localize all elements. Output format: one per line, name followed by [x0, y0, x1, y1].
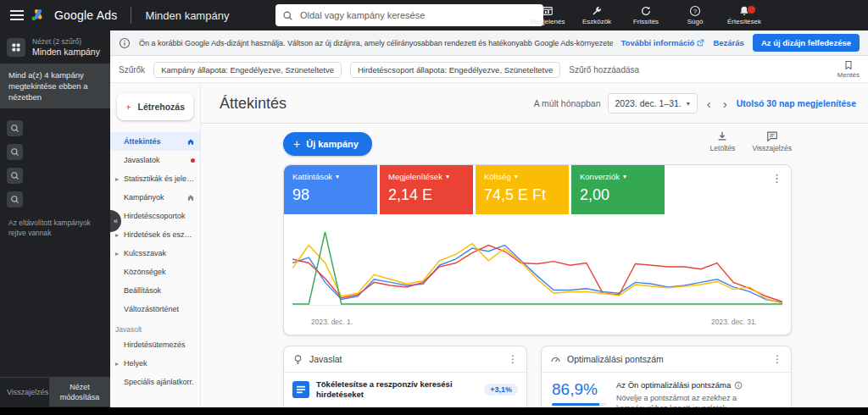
appearance-button[interactable]: Megjelenés — [529, 5, 566, 25]
lightbulb-icon — [292, 354, 303, 365]
bookmark-icon — [843, 60, 854, 70]
metric-clicks[interactable]: Kattintások▾ 98 — [284, 165, 377, 214]
menu-icon[interactable] — [10, 9, 24, 21]
topbar: Google Ads Minden kampány Megjelenés Esz… — [0, 0, 868, 30]
download-button[interactable]: Letöltés — [710, 130, 736, 152]
chevron-right-icon[interactable]: › — [721, 97, 730, 110]
date-preset-label: A múlt hónapban — [534, 98, 601, 108]
date-range-dropdown[interactable]: 2023. dec. 1–31. ▾ — [608, 93, 698, 113]
nav-item-change-history[interactable]: Változástörténet — [110, 300, 200, 318]
nav-item-settings[interactable]: Beállítások — [110, 281, 200, 300]
save-filter-button[interactable]: Mentés — [837, 60, 860, 79]
metric-conversions[interactable]: Konverziók▾ 2,00 — [571, 165, 665, 214]
home-icon — [186, 193, 195, 202]
campaign-nav: Létrehozás Áttekintés Javaslatok ▸ Stati… — [110, 83, 201, 415]
modify-view-button[interactable]: Nézet módosítása — [49, 378, 110, 407]
tools-button[interactable]: Eszközök — [578, 5, 615, 25]
bottom-strip — [0, 407, 868, 415]
notification-badge — [747, 5, 756, 14]
appearance-icon — [542, 5, 554, 17]
info-icon[interactable] — [734, 381, 743, 390]
card-title: Optimalizálási pontszám — [567, 354, 766, 364]
refresh-button[interactable]: Frissítés — [627, 5, 665, 25]
notifications-button[interactable]: Értesítések — [726, 5, 763, 25]
feedback-button[interactable]: Visszajelzés — [752, 130, 792, 152]
nav-item-ads-assets[interactable]: ▸ Hirdetések és eszközök — [110, 225, 200, 244]
google-ads-logo-icon[interactable] — [31, 8, 46, 23]
search-bar[interactable] — [275, 4, 543, 26]
nav-item-overview[interactable]: Áttekintés — [110, 132, 200, 151]
search-icon[interactable] — [7, 191, 23, 208]
optimization-score-label: Az Ön optimalizálási pontszáma — [616, 380, 731, 390]
notification-dot — [191, 158, 195, 163]
metric-impressions[interactable]: Megjelenítések▾ 2,14 E — [380, 165, 473, 214]
kebab-menu-icon[interactable]: ⋮ — [772, 353, 782, 365]
new-design-banner: Ön a korábbi Google Ads-dizájnt használj… — [110, 30, 868, 56]
adgroup-status-filter-chip[interactable]: Hirdetéscsoport állapota: Engedélyezve, … — [350, 62, 560, 78]
plus-icon — [125, 101, 131, 113]
filters-label: Szűrők — [119, 65, 145, 75]
nav-item-recommendations[interactable]: Javaslatok — [110, 151, 200, 169]
responsive-ad-icon — [292, 381, 309, 398]
show-last-30-days-link[interactable]: Utolsó 30 nap megjelenítése — [737, 98, 856, 108]
dropdown-arrow-icon: ▾ — [623, 173, 626, 180]
add-filter-button[interactable]: Szűrő hozzáadása — [569, 65, 639, 75]
search-icon[interactable] — [7, 168, 23, 184]
recommendation-card: Javaslat ⋮ Tökéletesítse a reszponzív ke… — [283, 346, 527, 415]
create-button[interactable]: Létrehozás — [117, 93, 193, 120]
grid-icon — [7, 38, 25, 57]
nav-item-advanced-bid-adj[interactable]: Speciális ajánlatkorr. — [110, 373, 200, 391]
expand-arrow-icon: ▸ — [115, 250, 124, 257]
kebab-menu-icon[interactable]: ⋮ — [771, 172, 782, 185]
overview-chart — [292, 221, 782, 309]
view-name: Minden kampány — [32, 47, 100, 57]
topbar-page-title: Minden kampány — [145, 9, 229, 22]
date-controls: A múlt hónapban 2023. dec. 1–31. ▾ ‹ › U… — [534, 83, 856, 124]
uplift-badge: +3,1% — [484, 384, 518, 396]
search-icon[interactable] — [7, 144, 23, 160]
new-campaign-button[interactable]: + Új kampány — [283, 132, 372, 156]
sidebar-shortcuts — [0, 108, 110, 208]
optimization-score-value: 86,9% — [552, 380, 606, 399]
search-input[interactable] — [298, 9, 537, 21]
topbar-divider — [131, 7, 131, 24]
nav-section-suggested: Javasolt — [110, 318, 200, 335]
nav-item-campaigns[interactable]: Kampányok — [110, 188, 200, 207]
download-icon — [716, 130, 728, 142]
nav-item-insights-reports[interactable]: ▸ Statisztikák és jelentések — [110, 169, 200, 188]
nav-item-ad-schedule[interactable]: Hirdetésütemezés — [110, 335, 200, 354]
topbar-actions: Megjelenés Eszközök Frissítés ? Súgó É — [529, 0, 763, 30]
brand-name: Google Ads — [54, 8, 117, 22]
kebab-menu-icon[interactable]: ⋮ — [508, 353, 518, 365]
help-button[interactable]: ? Súgó — [676, 5, 714, 25]
chart-x-start-label: 2023. dec. 1. — [311, 318, 353, 326]
overview-cards: Javaslat ⋮ Tökéletesítse a reszponzív ke… — [283, 346, 792, 415]
page-header: Áttekintés A múlt hónapban 2023. dec. 1–… — [201, 83, 868, 124]
chevron-left-icon[interactable]: ‹ — [704, 97, 714, 110]
recommendation-item[interactable]: Tökéletesítse a reszponzív keresési hird… — [284, 373, 526, 403]
optimization-score-progress — [552, 403, 606, 406]
learn-more-link[interactable]: További információ — [621, 38, 705, 47]
view-selector[interactable]: Nézet (2 szűrő) Minden kampány — [0, 30, 110, 64]
overview-canvas: + Új kampány Letöltés Visszajelzés Katti… — [283, 124, 792, 415]
banner-message: Ön a korábbi Google Ads-dizájnt használj… — [139, 39, 613, 47]
nav-item-locations[interactable]: ▸ Helyek — [110, 354, 200, 373]
expand-arrow-icon: ▸ — [115, 175, 124, 183]
metric-cost[interactable]: Költség▾ 74,5 E Ft — [476, 165, 569, 214]
search-icon[interactable] — [7, 120, 23, 136]
dismiss-banner-link[interactable]: Bezárás — [713, 38, 743, 47]
campaign-status-filter-chip[interactable]: Kampány állapota: Engedélyezve, Szünetel… — [153, 62, 342, 78]
sidebar-feedback-link[interactable]: Visszajelzés — [0, 378, 49, 407]
explore-new-design-button[interactable]: Az új dizájn felfedezése — [753, 34, 860, 52]
nav-item-keywords[interactable]: ▸ Kulcsszavak — [110, 244, 200, 263]
expand-arrow-icon: ▸ — [115, 360, 124, 368]
removed-campaigns-note: Az eltávolított kampányok rejtve vannak — [0, 208, 110, 238]
metric-selectors: Kattintások▾ 98 Megjelenítések▾ 2,14 E K… — [284, 165, 791, 214]
nav-item-ad-groups[interactable]: Hirdetéscsoportok — [110, 207, 200, 225]
expand-arrow-icon: ▸ — [115, 231, 124, 239]
sidebar-all-campaigns-item[interactable]: Mind a(z) 4 kampány megtekintése ebben a… — [0, 64, 110, 108]
performance-chart-card: Kattintások▾ 98 Megjelenítések▾ 2,14 E K… — [283, 164, 792, 335]
nav-item-audiences[interactable]: Közönségek — [110, 263, 200, 281]
info-icon — [119, 37, 131, 49]
refresh-icon — [640, 5, 652, 17]
